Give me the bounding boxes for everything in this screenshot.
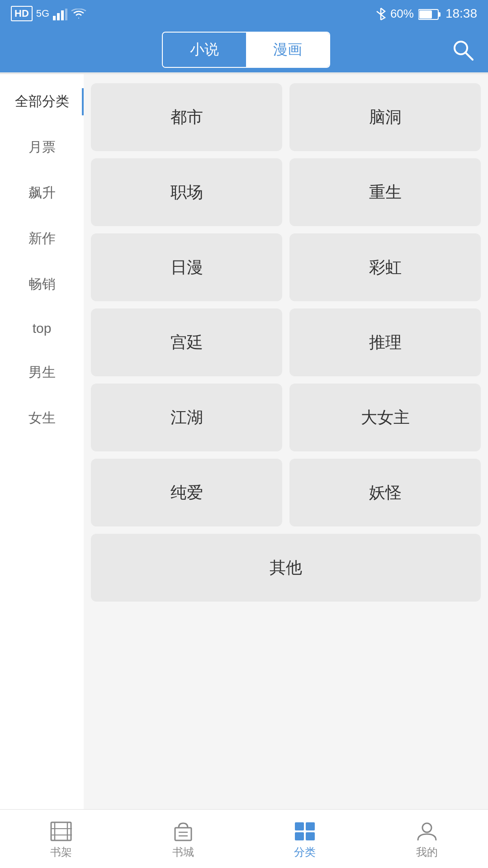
- svg-rect-2: [61, 10, 64, 20]
- svg-rect-0: [53, 16, 56, 20]
- sidebar-item-new[interactable]: 新作: [0, 216, 84, 261]
- category-chongsheng[interactable]: 重生: [289, 158, 481, 226]
- status-right: 60% 18:38: [376, 6, 477, 21]
- category-riman[interactable]: 日漫: [91, 233, 282, 301]
- main-content: 全部分类 月票 飙升 新作 畅销 top 男生 女生 都市 脑洞 职场 重生 日…: [0, 74, 488, 809]
- status-bar: HD 5G 60%: [0, 0, 488, 27]
- battery-percent: 60%: [390, 7, 414, 21]
- svg-rect-18: [306, 822, 315, 830]
- nav-bookstore[interactable]: 书城: [159, 814, 208, 863]
- svg-rect-6: [419, 10, 432, 19]
- category-jianghu[interactable]: 江湖: [91, 384, 282, 451]
- category-zhichang[interactable]: 职场: [91, 158, 282, 226]
- category-yaogui[interactable]: 妖怪: [289, 459, 481, 526]
- nav-mine-label: 我的: [416, 845, 438, 859]
- svg-rect-14: [175, 828, 191, 840]
- sidebar-item-female[interactable]: 女生: [0, 395, 84, 441]
- bookshelf-icon: [50, 818, 72, 841]
- battery-icon: [418, 7, 441, 21]
- hd-badge: HD: [11, 6, 33, 21]
- wifi-icon: [71, 7, 86, 21]
- signal-5g: 5G: [36, 8, 49, 19]
- sidebar-item-top[interactable]: top: [0, 307, 84, 350]
- svg-rect-17: [295, 822, 304, 830]
- category-qita[interactable]: 其他: [91, 534, 481, 602]
- category-chunai[interactable]: 纯爱: [91, 459, 282, 526]
- category-icon: [294, 818, 316, 841]
- bottom-nav: 书架 书城 分类: [0, 809, 488, 868]
- svg-rect-9: [51, 822, 71, 840]
- sidebar-item-monthly[interactable]: 月票: [0, 124, 84, 170]
- signal-bars-icon: [53, 7, 67, 21]
- category-gongting[interactable]: 宫廷: [91, 308, 282, 376]
- bookstore-icon: [172, 818, 194, 841]
- svg-rect-3: [65, 9, 67, 20]
- tab-group[interactable]: 小说 漫画: [162, 32, 330, 68]
- nav-category-label: 分类: [294, 845, 316, 859]
- sidebar-item-male[interactable]: 男生: [0, 350, 84, 395]
- nav-bookshelf-label: 书架: [50, 845, 72, 859]
- time-display: 18:38: [445, 6, 477, 21]
- category-naodong[interactable]: 脑洞: [289, 83, 481, 151]
- category-grid: 都市 脑洞 职场 重生 日漫 彩虹 宫廷 推理 江湖 大女主 纯爱 妖怪 其他: [84, 74, 488, 809]
- search-button[interactable]: [451, 38, 474, 62]
- sidebar-item-rising[interactable]: 飙升: [0, 170, 84, 216]
- status-left: HD 5G: [11, 6, 86, 21]
- sidebar: 全部分类 月票 飙升 新作 畅销 top 男生 女生: [0, 74, 84, 809]
- bluetooth-icon: [376, 6, 386, 21]
- sidebar-item-bestseller[interactable]: 畅销: [0, 261, 84, 307]
- mine-icon: [416, 818, 438, 841]
- svg-rect-20: [306, 832, 315, 840]
- tab-novel[interactable]: 小说: [163, 33, 246, 67]
- nav-mine[interactable]: 我的: [403, 814, 451, 863]
- tab-manga[interactable]: 漫画: [246, 33, 329, 67]
- sidebar-item-all[interactable]: 全部分类: [0, 79, 84, 124]
- category-dushi[interactable]: 都市: [91, 83, 282, 151]
- nav-bar: 小说 漫画: [0, 27, 488, 72]
- svg-rect-5: [438, 12, 441, 17]
- category-danvzhu[interactable]: 大女主: [289, 384, 481, 451]
- category-caihong[interactable]: 彩虹: [289, 233, 481, 301]
- nav-bookshelf[interactable]: 书架: [37, 814, 85, 863]
- nav-category[interactable]: 分类: [280, 814, 329, 863]
- svg-rect-19: [295, 832, 304, 840]
- svg-line-8: [465, 52, 473, 60]
- nav-bookstore-label: 书城: [172, 845, 194, 859]
- category-tuili[interactable]: 推理: [289, 308, 481, 376]
- svg-point-21: [422, 823, 431, 832]
- svg-rect-1: [57, 13, 60, 20]
